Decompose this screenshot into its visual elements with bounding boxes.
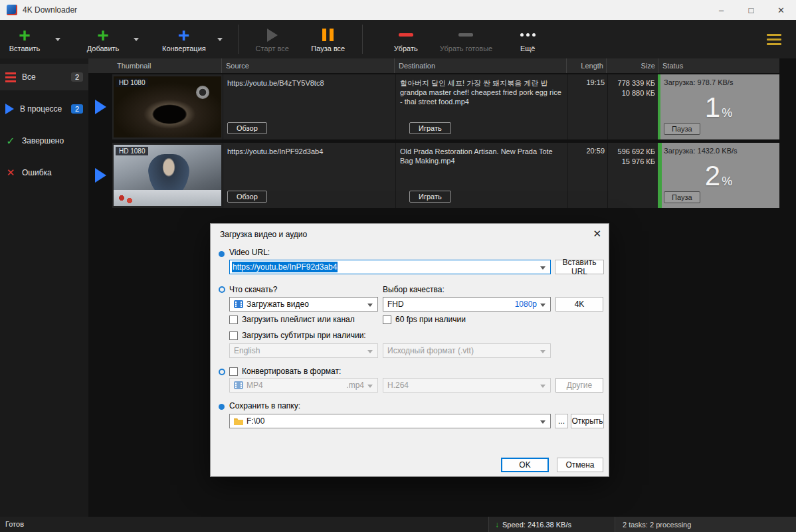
convert-codec-combo[interactable]: H.264 — [383, 378, 551, 393]
subtitle-format-combo[interactable]: Исходный формат (.vtt) — [383, 343, 551, 358]
remove-label: Убрать — [394, 44, 418, 52]
four-k-button[interactable]: 4K — [555, 297, 603, 311]
download-dialog: Загрузка видео и аудио ✕ Video URL: http… — [210, 223, 609, 477]
status-cell: Загрузка: 1432.0 KB/s 2% Пауза — [658, 143, 779, 208]
play-file-button[interactable]: Играть — [409, 191, 451, 203]
browse-button[interactable]: Обзор — [227, 191, 267, 203]
table-row[interactable]: HD 1080 https://youtu.be/B4zTY5V8tc8 Обз… — [88, 74, 779, 139]
hd-badge: HD 1080 — [116, 78, 148, 87]
checkbox-box — [383, 315, 391, 324]
play-file-button[interactable]: Играть — [409, 122, 451, 134]
sidebar-item-completed[interactable]: ✓ Завершено — [0, 128, 88, 154]
video-url-input[interactable]: https://youtu.be/InPF92d3ab4 — [229, 260, 551, 274]
other-formats-button[interactable]: Другие — [555, 378, 603, 393]
dialog-close-button[interactable]: ✕ — [593, 228, 601, 240]
open-folder-button[interactable]: Открыть — [571, 414, 604, 428]
film-icon — [234, 300, 243, 308]
sidebar-item-in-progress[interactable]: В процессе 2 — [0, 96, 88, 122]
row-card: HD 1080 https://youtu.be/InPF92d3ab4 Обз… — [112, 143, 779, 208]
toolbar: + Вставить + Добавить + Конвертация Стар… — [0, 20, 796, 58]
section-bullet — [219, 404, 225, 410]
paste-label: Вставить — [9, 44, 41, 52]
sidebar-item-all[interactable]: Все 2 — [0, 64, 88, 90]
titlebar: 4K Downloader – □ ✕ — [0, 0, 796, 20]
column-header-thumbnail: Thumbnail — [88, 58, 221, 73]
fps-checkbox-label: 60 fps при наличии — [395, 315, 466, 324]
checkbox-box — [229, 315, 238, 324]
plus-icon: + — [178, 27, 190, 44]
paste-link-button[interactable]: + Вставить — [0, 20, 49, 58]
section-bullet — [219, 286, 225, 293]
convert-dropdown-button[interactable] — [211, 20, 229, 58]
error-x-icon: ✕ — [5, 167, 16, 179]
column-header-size: Size — [606, 58, 658, 73]
subtitle-format-value: Исходный формат (.vtt) — [387, 346, 474, 355]
convert-container-combo[interactable]: MP4 .mp4 — [229, 378, 378, 393]
subtitle-language-combo[interactable]: English — [229, 343, 378, 358]
close-button[interactable]: ✕ — [766, 0, 796, 20]
add-dropdown-button[interactable] — [128, 20, 145, 58]
convert-codec-value: H.264 — [387, 381, 409, 390]
download-speed-text: Загрузка: 978.7 KB/s — [664, 78, 733, 86]
statusbar: Готов ↓ Speed: 2416.38 KB/s 2 tasks: 2 p… — [0, 517, 796, 532]
remove-button[interactable]: Убрать — [381, 20, 431, 58]
convert-button[interactable]: + Конвертация — [157, 20, 211, 58]
start-all-button[interactable]: Старт все — [248, 20, 297, 58]
plus-icon: + — [19, 27, 31, 44]
table-row[interactable]: HD 1080 https://youtu.be/InPF92d3ab4 Обз… — [88, 143, 779, 208]
file-size: 778 339 КБ 10 880 КБ — [607, 74, 658, 139]
subtitles-checkbox[interactable]: Загрузить субтитры при наличии: — [229, 331, 366, 340]
playlist-checkbox[interactable]: Загрузить плейлист или канал — [229, 315, 355, 324]
browse-button[interactable]: Обзор — [227, 122, 267, 134]
row-play-icon[interactable] — [95, 168, 106, 183]
selected-url-text: https://youtu.be/InPF92d3ab4 — [232, 262, 338, 272]
toolbar-separator — [362, 25, 363, 54]
pause-button[interactable]: Пауза — [664, 123, 700, 135]
sidebar-item-label: Завершено — [22, 136, 64, 145]
video-thumbnail: HD 1080 — [114, 145, 221, 206]
window-controls: – □ ✕ — [706, 0, 796, 20]
convert-extension: .mp4 — [346, 381, 364, 390]
pause-all-button[interactable]: Пауза все — [304, 20, 353, 58]
ok-button[interactable]: OK — [501, 458, 549, 472]
sidebar-item-error[interactable]: ✕ Ошибка — [0, 159, 88, 186]
minus-icon — [399, 33, 413, 37]
convert-container-value: MP4 — [247, 381, 263, 390]
sidebar-item-label: В процессе — [20, 104, 62, 114]
convert-checkbox[interactable]: Конвертировать в формат: — [229, 367, 341, 376]
convert-checkbox-label: Конвертировать в формат: — [242, 367, 341, 376]
maximize-button[interactable]: □ — [736, 0, 766, 20]
row-play-icon[interactable] — [95, 100, 106, 114]
more-dots-icon — [520, 33, 536, 37]
column-header-status: Status — [658, 58, 779, 73]
start-all-label: Старт все — [256, 44, 289, 52]
paste-dropdown-button[interactable] — [49, 20, 66, 58]
minimize-button[interactable]: – — [706, 0, 736, 20]
speed-down-arrow-icon: ↓ — [495, 520, 499, 529]
more-button[interactable]: Ещё — [503, 20, 552, 58]
toolbar-separator — [238, 25, 239, 54]
size-downloaded: 10 880 КБ — [611, 88, 655, 98]
video-length: 20:59 — [567, 143, 607, 208]
add-button[interactable]: + Добавить — [78, 20, 128, 58]
main-menu-button[interactable] — [763, 30, 785, 49]
browse-folder-button[interactable]: ... — [555, 414, 568, 428]
fps-checkbox[interactable]: 60 fps при наличии — [383, 315, 466, 324]
play-icon — [267, 29, 278, 42]
pause-button[interactable]: Пауза — [664, 191, 700, 203]
download-speed-text: Загрузка: 1432.0 KB/s — [664, 147, 738, 155]
video-url-label: Video URL: — [229, 248, 270, 257]
cancel-button[interactable]: Отмена — [557, 458, 603, 472]
table-header: Thumbnail Source Destination Length Size… — [88, 58, 779, 73]
quality-combo[interactable]: FHD 1080p — [383, 297, 551, 311]
column-header-destination: Destination — [394, 58, 566, 73]
what-to-download-label: Что скачать? — [229, 285, 277, 294]
chevron-down-icon — [134, 38, 139, 41]
save-folder-combo[interactable]: F:\00 — [229, 414, 551, 428]
remove-done-button[interactable]: Убрать готовые — [435, 20, 498, 58]
dialog-title: Загрузка видео и аудио — [220, 230, 307, 239]
paste-url-button[interactable]: Вставить URL — [555, 260, 604, 274]
download-type-combo[interactable]: Загружать видео — [229, 297, 378, 311]
window-title: 4K Downloader — [23, 5, 77, 15]
checkbox-box — [229, 367, 238, 376]
